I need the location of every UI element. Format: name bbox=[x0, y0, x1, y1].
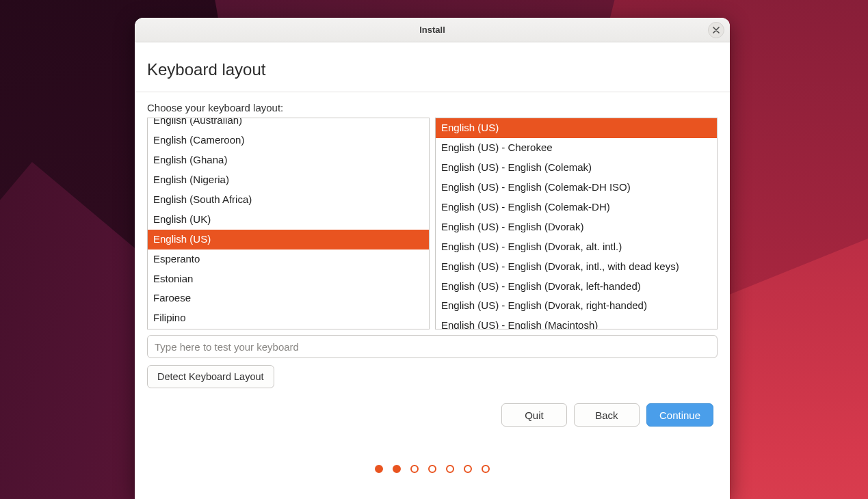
list-item[interactable]: Faroese bbox=[148, 288, 429, 308]
divider bbox=[135, 92, 730, 92]
list-item[interactable]: English (US) - English (Dvorak, right-ha… bbox=[436, 296, 717, 316]
list-item[interactable]: English (US) - English (Dvorak, intl., w… bbox=[436, 257, 717, 277]
continue-button[interactable]: Continue bbox=[646, 403, 713, 427]
list-item[interactable]: Filipino bbox=[148, 308, 429, 328]
progress-dot bbox=[446, 465, 454, 473]
list-item[interactable]: English (US) - English (Colemak) bbox=[436, 158, 717, 178]
layout-lists: English (Australian)English (Cameroon)En… bbox=[147, 118, 718, 329]
footer-buttons: Quit Back Continue bbox=[147, 403, 718, 427]
list-item[interactable]: English (US) bbox=[436, 118, 717, 138]
list-item[interactable]: English (US) - English (Dvorak) bbox=[436, 217, 717, 237]
progress-dot bbox=[410, 465, 419, 473]
detect-keyboard-button[interactable]: Detect Keyboard Layout bbox=[147, 365, 274, 388]
back-button[interactable]: Back bbox=[574, 403, 640, 427]
layout-list-left[interactable]: English (Australian)English (Cameroon)En… bbox=[147, 118, 430, 329]
list-item[interactable]: Estonian bbox=[148, 269, 429, 289]
page-title: Keyboard layout bbox=[147, 60, 718, 79]
progress-dot bbox=[393, 465, 401, 473]
progress-dots bbox=[147, 465, 718, 473]
list-item[interactable]: English (US) - English (Colemak-DH) bbox=[436, 198, 717, 217]
list-item[interactable]: English (US) - English (Dvorak, left-han… bbox=[436, 277, 717, 297]
close-button[interactable] bbox=[708, 22, 724, 38]
list-item[interactable]: English (UK) bbox=[148, 210, 429, 230]
window-title: Install bbox=[419, 25, 445, 35]
progress-dot bbox=[375, 465, 383, 473]
list-item[interactable]: English (US) - English (Colemak-DH ISO) bbox=[436, 178, 717, 198]
list-item[interactable]: English (US) - English (Dvorak, alt. int… bbox=[436, 237, 717, 257]
installer-window: Install Keyboard layout Choose your keyb… bbox=[135, 18, 730, 499]
content-area: Keyboard layout Choose your keyboard lay… bbox=[135, 42, 730, 473]
list-item[interactable]: English (US) - Cherokee bbox=[436, 138, 717, 158]
keyboard-test-input[interactable] bbox=[147, 335, 718, 358]
quit-button[interactable]: Quit bbox=[501, 403, 567, 427]
progress-dot bbox=[464, 465, 472, 473]
list-item[interactable]: Esperanto bbox=[148, 250, 429, 269]
list-item[interactable]: English (Ghana) bbox=[148, 150, 429, 170]
list-item[interactable]: English (Nigeria) bbox=[148, 170, 429, 190]
progress-dot bbox=[428, 465, 436, 473]
list-item[interactable]: English (Cameroon) bbox=[148, 131, 429, 150]
list-item[interactable]: Finnish bbox=[148, 328, 429, 329]
layout-list-right[interactable]: English (US)English (US) - CherokeeEngli… bbox=[435, 118, 718, 329]
titlebar: Install bbox=[135, 18, 730, 42]
prompt-label: Choose your keyboard layout: bbox=[147, 102, 718, 113]
list-item[interactable]: English (US) bbox=[148, 230, 429, 250]
list-item[interactable]: English (Australian) bbox=[148, 118, 429, 131]
progress-dot bbox=[482, 465, 490, 473]
list-item[interactable]: English (US) - English (Macintosh) bbox=[436, 316, 717, 329]
list-item[interactable]: English (South Africa) bbox=[148, 190, 429, 210]
close-icon bbox=[713, 27, 720, 33]
